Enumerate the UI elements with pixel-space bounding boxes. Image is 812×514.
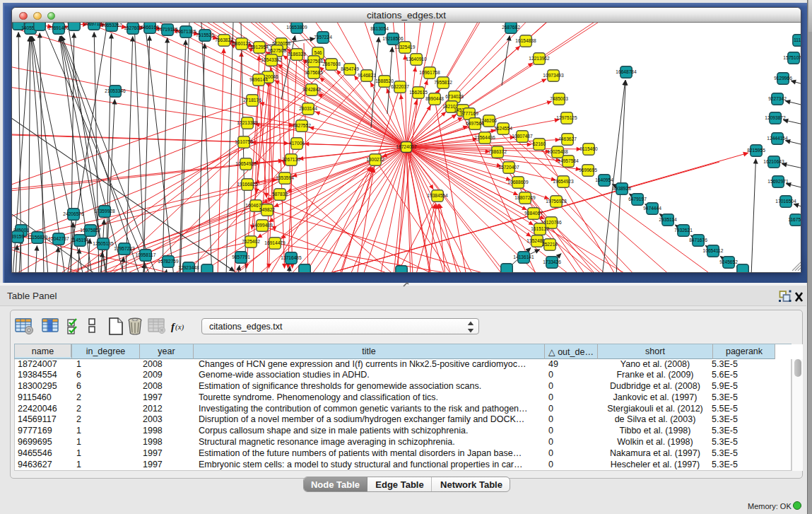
svg-text:10654112: 10654112 (703, 248, 724, 253)
svg-text:13716485: 13716485 (281, 255, 302, 260)
svg-text:9242848: 9242848 (302, 87, 321, 92)
svg-text:11156829: 11156829 (28, 235, 48, 240)
svg-text:12093872: 12093872 (765, 115, 786, 120)
svg-text:9857791: 9857791 (232, 255, 250, 259)
svg-text:1615132: 1615132 (531, 226, 549, 231)
svg-text:1527602: 1527602 (124, 25, 142, 30)
svg-text:10654925: 10654925 (235, 161, 257, 166)
svg-text:27691406: 27691406 (48, 25, 69, 30)
svg-text:10807487: 10807487 (512, 134, 533, 139)
svg-text:9527508: 9527508 (268, 48, 286, 53)
svg-text:15720407: 15720407 (498, 165, 519, 170)
svg-text:2803144: 2803144 (299, 106, 317, 111)
svg-text:16914479: 16914479 (264, 240, 286, 245)
svg-text:18724007: 18724007 (396, 144, 417, 149)
svg-text:8990448: 8990448 (425, 96, 444, 101)
svg-text:2687682: 2687682 (502, 25, 520, 30)
svg-text:9227342: 9227342 (768, 96, 787, 101)
svg-text:2867608: 2867608 (322, 62, 341, 66)
svg-text:7386372: 7386372 (488, 149, 507, 154)
svg-text:7515526: 7515526 (196, 33, 214, 37)
svg-text:10671385: 10671385 (175, 29, 196, 34)
svg-text:12923448: 12923448 (178, 265, 199, 270)
svg-text:9474444: 9474444 (643, 206, 661, 211)
svg-text:2718176: 2718176 (243, 98, 261, 103)
svg-text:8454749: 8454749 (341, 66, 359, 71)
svg-text:6322037: 6322037 (391, 84, 409, 89)
svg-text:12975125: 12975125 (556, 115, 577, 120)
svg-text:549822: 549822 (259, 207, 275, 212)
svg-text:18807249: 18807249 (514, 195, 536, 200)
svg-text:14957584: 14957584 (558, 158, 579, 163)
svg-text:10653267: 10653267 (101, 23, 122, 28)
svg-text:3267130: 3267130 (282, 157, 300, 162)
svg-text:1145194: 1145194 (71, 238, 89, 243)
svg-text:16210643: 16210643 (763, 159, 784, 164)
svg-text:9384067: 9384067 (524, 211, 543, 216)
svg-text:7955812: 7955812 (434, 80, 452, 85)
svg-text:12213389: 12213389 (237, 120, 258, 125)
svg-text:1300272: 1300272 (366, 157, 384, 162)
svg-text:11325419: 11325419 (395, 45, 416, 49)
svg-text:17016504: 17016504 (775, 199, 796, 204)
svg-text:417004: 417004 (289, 141, 305, 146)
svg-text:16648784: 16648784 (616, 69, 637, 74)
svg-text:10975857: 10975857 (80, 228, 101, 233)
svg-text:8471676: 8471676 (689, 238, 707, 243)
svg-text:6734028: 6734028 (445, 94, 464, 99)
svg-text:12505135: 12505135 (93, 241, 114, 246)
svg-text:8186328: 8186328 (288, 52, 306, 57)
svg-text:546: 546 (314, 50, 322, 55)
svg-text:62160: 62160 (533, 141, 546, 146)
svg-text:16543382: 16543382 (261, 57, 282, 62)
svg-text:39159: 39159 (12, 234, 24, 239)
svg-text:8938928: 8938928 (613, 186, 631, 191)
svg-text:1353594: 1353594 (276, 175, 294, 180)
svg-text:10653809: 10653809 (286, 25, 307, 30)
svg-text:19654923: 19654923 (553, 179, 574, 184)
svg-text:19218506: 19218506 (382, 36, 404, 41)
svg-text:7932621: 7932621 (674, 228, 693, 233)
svg-text:252214: 252214 (542, 242, 558, 247)
svg-text:7357224: 7357224 (314, 35, 332, 40)
svg-text:14136141: 14136141 (513, 255, 534, 259)
svg-text:9777169: 9777169 (460, 111, 478, 116)
svg-text:10961758: 10961758 (419, 70, 440, 75)
svg-text:1562615: 1562615 (409, 90, 428, 95)
svg-text:9699695: 9699695 (579, 168, 597, 173)
svg-text:8912954: 8912954 (250, 45, 269, 49)
svg-text:587833: 587833 (272, 192, 288, 197)
svg-text:16154838: 16154838 (515, 38, 536, 43)
svg-text:19756928: 19756928 (546, 199, 567, 204)
svg-text:19166825: 19166825 (237, 182, 258, 187)
svg-text:6479197: 6479197 (628, 197, 647, 201)
svg-text:7485003: 7485003 (550, 96, 568, 101)
svg-text:1733426: 1733426 (543, 259, 561, 264)
svg-text:19384554: 19384554 (427, 193, 448, 198)
svg-text:10958117: 10958117 (136, 252, 156, 257)
svg-text:8813054: 8813054 (370, 26, 389, 31)
svg-text:6466160: 6466160 (141, 25, 159, 30)
svg-text:9327508: 9327508 (305, 59, 323, 64)
svg-text:10025438: 10025438 (547, 149, 568, 154)
svg-text:17957223: 17957223 (114, 246, 135, 251)
svg-text:8427552: 8427552 (293, 123, 311, 128)
svg-text:21053346: 21053346 (105, 88, 126, 93)
svg-text:6497568: 6497568 (466, 121, 484, 126)
svg-text:9115460: 9115460 (579, 146, 598, 151)
svg-text:1640954: 1640954 (595, 177, 613, 182)
svg-text:3675685: 3675685 (305, 70, 323, 75)
svg-text:16782759: 16782759 (158, 259, 179, 264)
svg-text:116753: 116753 (788, 217, 801, 222)
svg-text:7663822: 7663822 (215, 37, 233, 42)
svg-text:21564436: 21564436 (474, 135, 495, 140)
svg-text:9146821: 9146821 (358, 73, 376, 78)
svg-text:1588520: 1588520 (375, 78, 394, 83)
svg-text:15751074: 15751074 (783, 55, 801, 60)
svg-text:12213962: 12213962 (529, 56, 550, 61)
svg-text:14099489: 14099489 (252, 223, 273, 228)
svg-text:15692971: 15692971 (767, 179, 789, 184)
svg-text:3624554: 3624554 (494, 126, 512, 131)
svg-text:4463627: 4463627 (558, 136, 577, 141)
svg-text:24206576: 24206576 (63, 211, 84, 216)
